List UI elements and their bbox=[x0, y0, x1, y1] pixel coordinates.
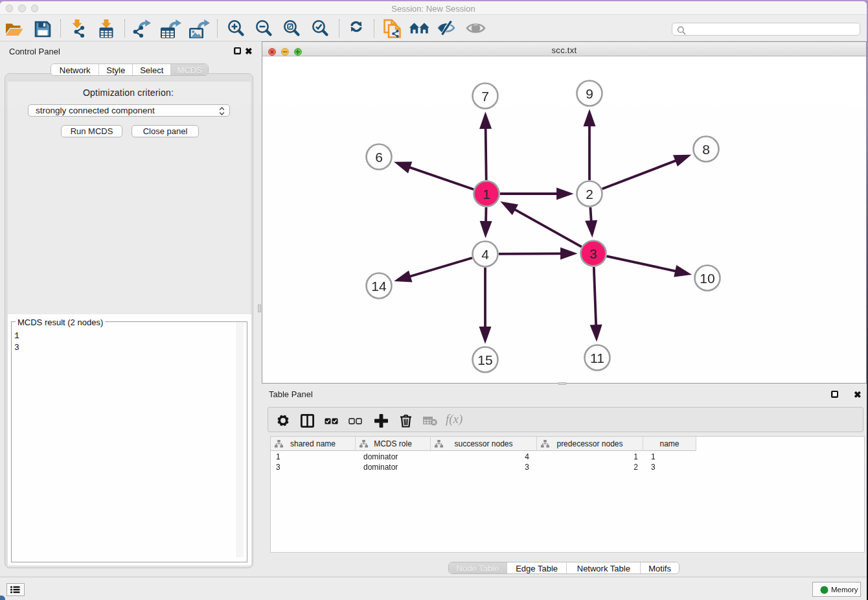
svg-text:2: 2 bbox=[586, 187, 593, 202]
svg-text:9: 9 bbox=[586, 86, 593, 101]
svg-text:11: 11 bbox=[590, 351, 604, 365]
svg-text:8: 8 bbox=[702, 142, 710, 157]
svg-text:10: 10 bbox=[700, 271, 714, 286]
svg-text:14: 14 bbox=[371, 279, 387, 294]
svg-text:4: 4 bbox=[481, 247, 489, 262]
svg-text:3: 3 bbox=[589, 246, 597, 261]
svg-text:6: 6 bbox=[375, 150, 383, 165]
svg-text:1: 1 bbox=[483, 187, 490, 202]
svg-text:7: 7 bbox=[481, 89, 489, 104]
svg-text:15: 15 bbox=[477, 352, 492, 367]
